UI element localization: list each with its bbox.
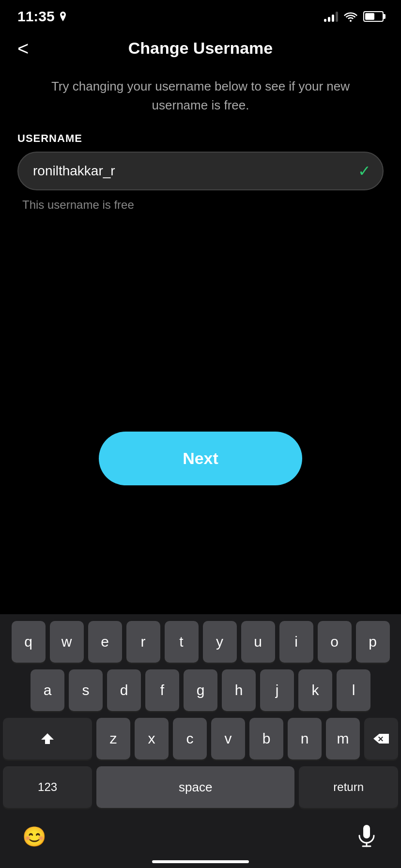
delete-icon — [373, 733, 389, 744]
numbers-key[interactable]: 123 — [3, 766, 92, 808]
svg-point-0 — [350, 20, 352, 22]
battery-icon — [363, 11, 384, 22]
username-label: USERNAME — [17, 132, 384, 145]
header: < Change Username — [0, 29, 401, 67]
check-icon: ✓ — [358, 162, 371, 180]
key-z[interactable]: z — [96, 718, 130, 760]
keyboard-row-1: q w e r t y u i o p — [3, 621, 398, 663]
key-g[interactable]: g — [184, 669, 217, 711]
username-status-text: This username is free — [17, 198, 384, 212]
key-u[interactable]: u — [241, 621, 275, 663]
mic-key[interactable] — [350, 820, 384, 853]
key-m[interactable]: m — [326, 718, 360, 760]
key-x[interactable]: x — [135, 718, 169, 760]
emoji-key[interactable]: 😊 — [17, 820, 51, 853]
return-key[interactable]: return — [299, 766, 398, 808]
key-f[interactable]: f — [145, 669, 179, 711]
key-d[interactable]: d — [107, 669, 141, 711]
key-b[interactable]: b — [249, 718, 283, 760]
mic-icon — [357, 825, 376, 848]
home-indicator — [152, 860, 249, 863]
next-button[interactable]: Next — [99, 432, 302, 485]
status-bar: 11:35 — [0, 0, 401, 29]
key-o[interactable]: o — [318, 621, 352, 663]
key-k[interactable]: k — [298, 669, 332, 711]
username-input[interactable] — [17, 152, 384, 190]
content: Try changing your username below to see … — [0, 67, 401, 221]
location-icon — [59, 12, 67, 21]
key-p[interactable]: p — [356, 621, 390, 663]
key-t[interactable]: t — [165, 621, 199, 663]
svg-rect-1 — [363, 825, 370, 838]
key-w[interactable]: w — [50, 621, 84, 663]
shift-key[interactable] — [3, 718, 92, 760]
shift-icon — [40, 731, 55, 746]
back-button[interactable]: < — [17, 39, 29, 58]
key-n[interactable]: n — [288, 718, 322, 760]
space-key[interactable]: space — [96, 766, 294, 808]
key-r[interactable]: r — [126, 621, 160, 663]
subtitle-text: Try changing your username below to see … — [17, 77, 384, 115]
key-v[interactable]: v — [211, 718, 245, 760]
key-h[interactable]: h — [222, 669, 256, 711]
keyboard-row-4: 123 space return — [3, 766, 398, 808]
next-button-container: Next — [0, 432, 401, 485]
keyboard-row-3: z x c v b n m — [3, 718, 398, 760]
key-q[interactable]: q — [12, 621, 46, 663]
status-icons — [324, 11, 384, 22]
key-l[interactable]: l — [337, 669, 370, 711]
wifi-icon — [344, 11, 357, 22]
username-input-wrapper: ✓ — [17, 152, 384, 190]
key-e[interactable]: e — [88, 621, 122, 663]
signal-bars — [324, 11, 338, 22]
keyboard-row-2: a s d f g h j k l — [3, 669, 398, 711]
key-y[interactable]: y — [203, 621, 237, 663]
key-j[interactable]: j — [260, 669, 294, 711]
page-title: Change Username — [128, 39, 273, 58]
key-s[interactable]: s — [69, 669, 103, 711]
key-a[interactable]: a — [31, 669, 64, 711]
delete-key[interactable] — [364, 718, 398, 760]
keyboard: q w e r t y u i o p a s d f g h j k l z … — [0, 614, 401, 868]
status-time: 11:35 — [17, 8, 67, 25]
key-i[interactable]: i — [279, 621, 313, 663]
key-c[interactable]: c — [173, 718, 207, 760]
